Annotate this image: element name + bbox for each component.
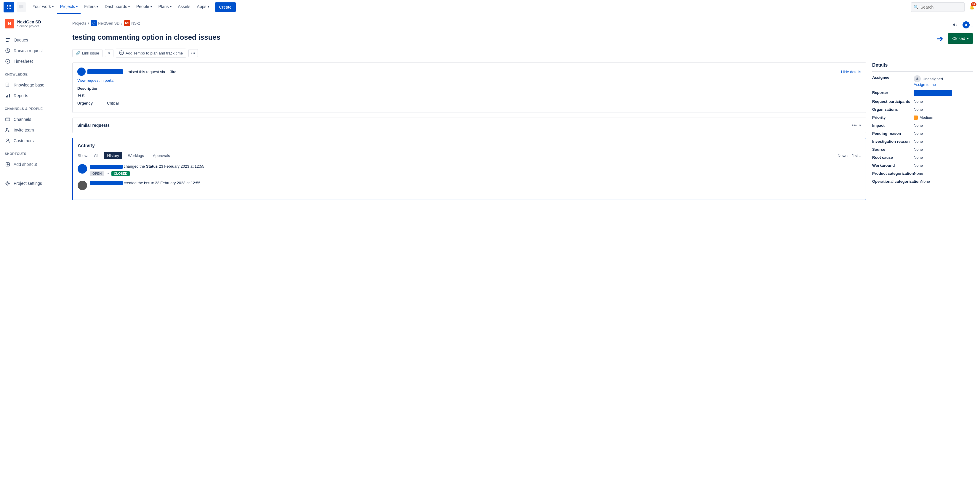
similar-expand-icon[interactable]: ▾ — [859, 123, 861, 128]
more-options-button[interactable]: ••• — [188, 49, 198, 57]
similar-requests-title: Similar requests — [77, 123, 110, 128]
sidebar-item-knowledge-base[interactable]: Knowledge base — [0, 80, 65, 90]
investigation-row: Investigation reason None — [872, 139, 973, 144]
assignee-label: Assignee — [872, 75, 914, 80]
description-value: Test — [77, 93, 861, 97]
workaround-value: None — [914, 163, 923, 168]
sort-icon: ↓ — [859, 153, 861, 158]
issue-header: testing commenting option in closed issu… — [72, 33, 973, 44]
organizations-label: Organizations — [872, 107, 914, 112]
search-input[interactable] — [920, 5, 962, 10]
activity-avatar — [78, 164, 87, 173]
issue-body: raised this request via Jira Hide detail… — [72, 62, 866, 200]
content-area: raised this request via Jira Hide detail… — [72, 62, 973, 200]
sidebar-item-invite-team[interactable]: Invite team — [0, 125, 65, 135]
filter-approvals-button[interactable]: Approvals — [150, 152, 173, 159]
nav-dashboards[interactable]: Dashboards ▾ — [102, 0, 133, 14]
reporter-card: raised this request via Jira Hide detail… — [72, 62, 866, 113]
project-type: Service project — [17, 24, 41, 28]
investigation-label: Investigation reason — [872, 139, 914, 144]
nav-apps[interactable]: Apps ▾ — [194, 0, 212, 14]
nav-your-work[interactable]: Your work ▾ — [30, 0, 57, 14]
similar-more-button[interactable]: ••• — [852, 122, 857, 128]
svg-rect-9 — [6, 41, 9, 42]
assign-to-me-link[interactable]: Assign to me — [914, 83, 943, 87]
chevron-icon: ▾ — [76, 5, 78, 8]
source-value: None — [914, 147, 923, 152]
svg-rect-8 — [6, 40, 10, 40]
workaround-label: Workaround — [872, 163, 914, 168]
svg-rect-15 — [7, 95, 8, 97]
filter-history-button[interactable]: History — [104, 152, 123, 159]
status-from-tag: OPEN — [90, 171, 104, 176]
reporter-via-text: raised this request via — [128, 70, 165, 74]
sidebar-item-add-shortcut[interactable]: Add shortcut — [0, 159, 65, 170]
link-issue-button[interactable]: 🔗 Link issue — [72, 49, 102, 57]
pending-label: Pending reason — [872, 131, 914, 136]
chevron-icon: ▾ — [128, 5, 130, 8]
filter-worklogs-button[interactable]: Worklogs — [125, 152, 147, 159]
reporter-label: Reporter — [872, 90, 914, 95]
svg-rect-17 — [6, 118, 10, 121]
create-button[interactable]: Create — [215, 2, 236, 12]
activity-avatar — [78, 181, 87, 190]
reporter-line: raised this request via Jira Hide detail… — [77, 68, 861, 76]
nav-assets[interactable]: Assets — [175, 0, 194, 14]
sort-button[interactable]: Newest first ↓ — [838, 153, 861, 158]
search-box[interactable]: 🔍 — [911, 2, 965, 12]
svg-rect-14 — [6, 96, 7, 97]
sidebar-item-raise-request[interactable]: Raise a request — [0, 45, 65, 56]
participants-label: Request participants — [872, 99, 914, 104]
sidebar-item-channels[interactable]: Channels — [0, 114, 65, 125]
sidebar-item-label: Add shortcut — [14, 162, 37, 167]
add-tempo-button[interactable]: Add Tempo to plan and track time — [116, 49, 186, 58]
viewer-count: 1 — [963, 21, 973, 29]
sidebar-project-header: N NextGen SD Service project — [0, 14, 65, 32]
sidebar-item-queues[interactable]: Queues — [0, 35, 65, 45]
project-icon — [91, 20, 97, 26]
main-content: Projects / NextGen SD / NS NS-2 — [65, 14, 980, 481]
top-right-actions: 1 — [951, 20, 973, 30]
nav-plans[interactable]: Plans ▾ — [156, 0, 175, 14]
sidebar-item-reports[interactable]: Reports — [0, 90, 65, 101]
pending-row: Pending reason None — [872, 131, 973, 136]
sidebar-item-timesheet[interactable]: Timesheet — [0, 56, 65, 67]
sidebar-item-customers[interactable]: Customers — [0, 135, 65, 146]
jira-product-icon[interactable] — [17, 2, 26, 12]
svg-rect-1 — [10, 5, 11, 6]
svg-rect-2 — [7, 8, 8, 9]
svg-rect-5 — [19, 5, 24, 8]
sidebar-item-project-settings[interactable]: Project settings — [0, 178, 65, 189]
sidebar-item-label: Reports — [14, 93, 28, 98]
notification-button[interactable]: 🔔 9+ — [967, 2, 977, 12]
hide-details-link[interactable]: Hide details — [841, 70, 861, 74]
reporter-name-redacted — [88, 69, 123, 74]
breadcrumb-nextgen-link[interactable]: NextGen SD — [98, 21, 120, 25]
impact-value: None — [914, 123, 923, 128]
workaround-row: Workaround None — [872, 163, 973, 168]
chevron-down-icon: ▾ — [967, 37, 969, 41]
sidebar-item-label: Timesheet — [14, 59, 33, 63]
root-cause-label: Root cause — [872, 155, 914, 160]
knowledge-section-label: KNOWLEDGE — [0, 69, 65, 77]
megaphone-icon[interactable] — [951, 20, 960, 30]
tempo-check-icon — [119, 50, 124, 56]
view-portal-link[interactable]: View request in portal — [77, 78, 861, 83]
filter-all-button[interactable]: All — [91, 152, 101, 159]
nav-people[interactable]: People ▾ — [133, 0, 155, 14]
breadcrumb-issue-key: NS-2 — [131, 21, 140, 25]
priority-dot-icon — [914, 116, 918, 120]
issue-icon: NS — [124, 20, 130, 26]
app-grid-icon[interactable] — [3, 2, 14, 13]
breadcrumb-projects-link[interactable]: Projects — [72, 21, 86, 25]
svg-rect-7 — [6, 38, 10, 39]
nav-projects[interactable]: Projects ▾ — [57, 0, 81, 14]
issue-title: testing commenting option in closed issu… — [72, 33, 937, 41]
activity-item: changed the Status 23 February 2023 at 1… — [78, 164, 861, 176]
expand-button[interactable]: ▾ — [105, 49, 113, 57]
assignee-row: Assignee Unassigned Assign to me — [872, 75, 973, 87]
status-button[interactable]: Closed ▾ — [948, 33, 973, 44]
nav-filters[interactable]: Filters ▾ — [81, 0, 101, 14]
flow-arrow-icon: → — [106, 171, 110, 176]
svg-point-24 — [965, 24, 967, 25]
